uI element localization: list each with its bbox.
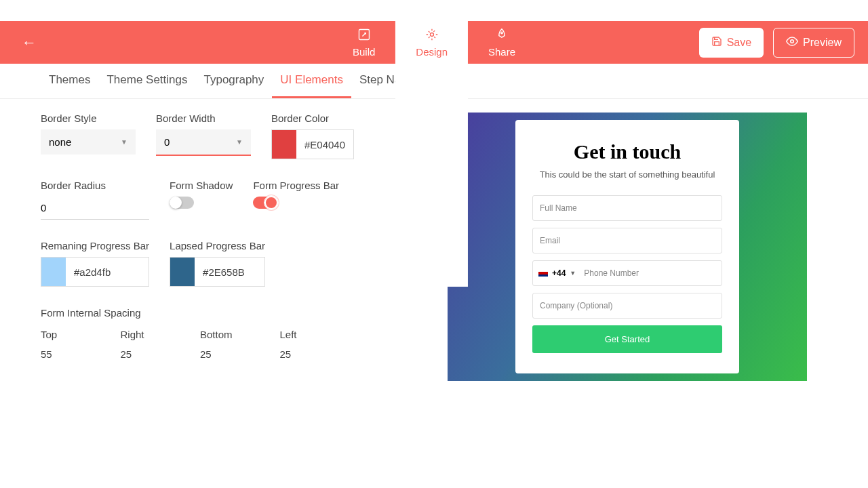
spacing-top: Top 55 — [41, 329, 107, 360]
field-label: Form Shadow — [170, 180, 233, 191]
email-input[interactable]: Email — [532, 228, 722, 253]
arrow-left-icon: ← — [22, 34, 37, 51]
color-value: #a2d4fb — [66, 266, 119, 278]
border-radius-input[interactable] — [41, 197, 149, 220]
spacing-label: Bottom — [200, 329, 267, 340]
field-label: Remaning Progress Bar — [41, 240, 149, 251]
spacing-value[interactable]: 25 — [200, 348, 267, 360]
tab-label: Share — [488, 46, 515, 58]
select-value: 0 — [164, 136, 170, 148]
phone-number-input[interactable]: Phone Number — [580, 261, 716, 285]
get-started-button[interactable]: Get Started — [532, 325, 722, 353]
form-shadow-field: Form Shadow — [170, 180, 233, 220]
top-bar: ← Build Design Share Save — [0, 21, 868, 64]
field-label: Border Radius — [41, 180, 149, 191]
form-box: Get in touch This could be the start of … — [515, 120, 739, 373]
border-radius-field: Border Radius — [41, 180, 149, 220]
form-title: Get in touch — [532, 140, 722, 163]
color-swatch — [272, 130, 296, 159]
lapsed-progress-field: Lapsed Progress Bar #2E658B — [170, 240, 265, 287]
remaining-progress-field: Remaning Progress Bar #a2d4fb — [41, 240, 149, 287]
spacing-label: Right — [121, 329, 187, 340]
back-button[interactable]: ← — [14, 30, 45, 55]
subnav-theme-settings[interactable]: Theme Settings — [98, 64, 195, 98]
flag-icon — [538, 270, 548, 277]
chevron-down-icon: ▼ — [570, 270, 580, 277]
select-value: none — [49, 136, 71, 148]
field-label: Form Progress Bar — [253, 180, 339, 191]
spacing-value[interactable]: 55 — [41, 348, 107, 360]
spacing-right: Right 25 — [121, 329, 187, 360]
border-width-select[interactable]: 0 ▼ — [156, 129, 251, 156]
border-style-field: Border Style none ▼ — [41, 113, 136, 159]
svg-point-3 — [791, 39, 794, 43]
gear-icon — [425, 28, 439, 45]
eye-icon — [786, 35, 798, 50]
tab-design[interactable]: Design — [395, 0, 468, 287]
field-label: Border Width — [156, 113, 251, 124]
border-style-select[interactable]: none ▼ — [41, 129, 136, 155]
tab-label: Build — [353, 46, 375, 58]
pencil-square-icon — [357, 28, 371, 45]
color-value: #2E658B — [195, 266, 253, 278]
form-progress-toggle[interactable] — [253, 197, 277, 209]
spacing-bottom: Bottom 25 — [200, 329, 267, 360]
svg-point-1 — [430, 33, 433, 36]
top-tabs: Build Design Share — [332, 0, 536, 287]
color-swatch — [170, 258, 195, 286]
color-swatch — [41, 258, 66, 286]
save-label: Save — [727, 37, 751, 49]
preview-button[interactable]: Preview — [773, 28, 854, 58]
remaining-color-picker[interactable]: #a2d4fb — [41, 257, 149, 287]
phone-input-row[interactable]: +44 ▼ Phone Number — [532, 260, 722, 286]
spacing-value[interactable]: 25 — [280, 348, 347, 360]
form-progress-field: Form Progress Bar — [253, 180, 339, 220]
spacing-label: Top — [41, 329, 107, 340]
save-button[interactable]: Save — [699, 28, 764, 58]
tab-label: Design — [416, 46, 448, 58]
spacing-label: Left — [280, 329, 347, 340]
subnav-themes[interactable]: Themes — [41, 64, 98, 98]
border-width-field: Border Width 0 ▼ — [156, 113, 251, 159]
field-label: Lapsed Progress Bar — [170, 240, 265, 251]
spacing-grid: Top 55 Right 25 Bottom 25 Left 25 — [41, 329, 346, 360]
chevron-down-icon: ▼ — [121, 138, 127, 146]
preview-label: Preview — [803, 37, 842, 49]
internal-spacing-title: Form Internal Spacing — [41, 307, 407, 319]
phone-code: +44 — [548, 268, 570, 278]
save-icon — [711, 36, 722, 49]
top-actions: Save Preview — [699, 28, 854, 58]
spacing-left: Left 25 — [280, 329, 347, 360]
spacing-value[interactable]: 25 — [121, 348, 187, 360]
svg-point-2 — [501, 32, 503, 34]
lapsed-color-picker[interactable]: #2E658B — [170, 257, 265, 287]
tab-build[interactable]: Build — [332, 0, 395, 287]
rocket-icon — [495, 28, 509, 45]
full-name-input[interactable]: Full Name — [532, 195, 722, 221]
form-shadow-toggle[interactable] — [170, 197, 194, 209]
company-input[interactable]: Company (Optional) — [532, 293, 722, 319]
tab-share[interactable]: Share — [468, 0, 536, 287]
field-label: Border Style — [41, 113, 136, 124]
form-subtitle: This could be the start of something bea… — [532, 169, 722, 181]
subnav-typography[interactable]: Typography — [195, 64, 272, 98]
chevron-down-icon: ▼ — [236, 138, 243, 146]
